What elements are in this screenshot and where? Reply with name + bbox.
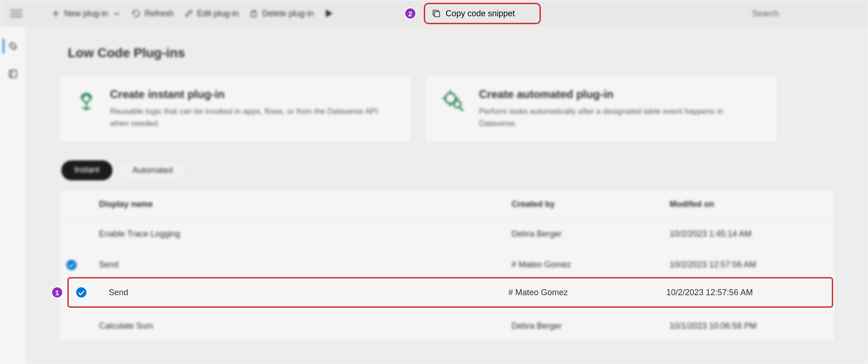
page-title: Low Code Plug-ins — [68, 46, 835, 60]
svg-rect-0 — [9, 70, 16, 77]
hamburger-icon[interactable] — [10, 10, 22, 17]
copy-code-snippet-button[interactable]: Copy code snippet — [424, 3, 541, 24]
svg-point-1 — [83, 95, 90, 102]
search-input[interactable]: Search — [752, 9, 862, 19]
col-created-by[interactable]: Created by — [512, 199, 670, 209]
tab-automated[interactable]: Automated — [119, 160, 186, 180]
refresh-icon — [132, 9, 141, 18]
edit-plugin-button[interactable]: Edit plug-in — [184, 9, 239, 19]
plug-icon — [440, 88, 468, 116]
callout-badge-2: 2 — [404, 7, 416, 20]
refresh-button[interactable]: Refresh — [132, 9, 174, 19]
run-button[interactable] — [324, 9, 333, 18]
table-row[interactable]: Send # Mateo Gomez 10/2/2023 12:57:56 AM — [59, 250, 835, 280]
create-automated-card[interactable]: Create automated plug-in Perform tasks a… — [425, 74, 778, 143]
svg-rect-3 — [434, 12, 440, 17]
trash-icon — [249, 9, 258, 18]
plugins-grid: Display name Created by Modifed on Enabl… — [59, 190, 835, 342]
new-plugin-label: New plug-in — [64, 9, 108, 19]
play-icon — [324, 9, 333, 18]
col-display-name[interactable]: Display name — [99, 199, 512, 209]
col-modified-on[interactable]: Modifed on — [670, 199, 828, 209]
rail-plugins-icon[interactable] — [3, 39, 18, 53]
callout-badge-1: 1 — [51, 286, 63, 298]
create-instant-card[interactable]: Create instant plug-in Reusable logic th… — [59, 74, 412, 143]
new-plugin-button[interactable]: New plug-in — [51, 9, 121, 19]
edit-icon — [184, 9, 193, 18]
table-row[interactable]: Calculate Sum Debra Berger 10/1/2023 10:… — [59, 311, 835, 342]
copy-icon — [432, 9, 441, 18]
table-row[interactable]: Enable Trace Logging Debra Berger 10/2/2… — [59, 219, 835, 250]
chevron-down-icon — [112, 9, 121, 18]
touch-icon — [74, 88, 99, 116]
delete-plugin-button[interactable]: Delete plug-in — [249, 9, 314, 19]
rail-library-icon[interactable] — [6, 66, 20, 81]
tab-instant[interactable]: Instant — [61, 160, 112, 180]
plus-icon — [51, 9, 60, 18]
main-content: Low Code Plug-ins Create instant plug-in… — [26, 27, 868, 364]
check-icon[interactable] — [76, 287, 86, 298]
side-rail — [0, 27, 26, 364]
check-icon[interactable] — [66, 260, 77, 270]
selected-row-highlight[interactable]: Send # Mateo Gomez 10/2/2023 12:57:56 AM — [67, 277, 833, 308]
